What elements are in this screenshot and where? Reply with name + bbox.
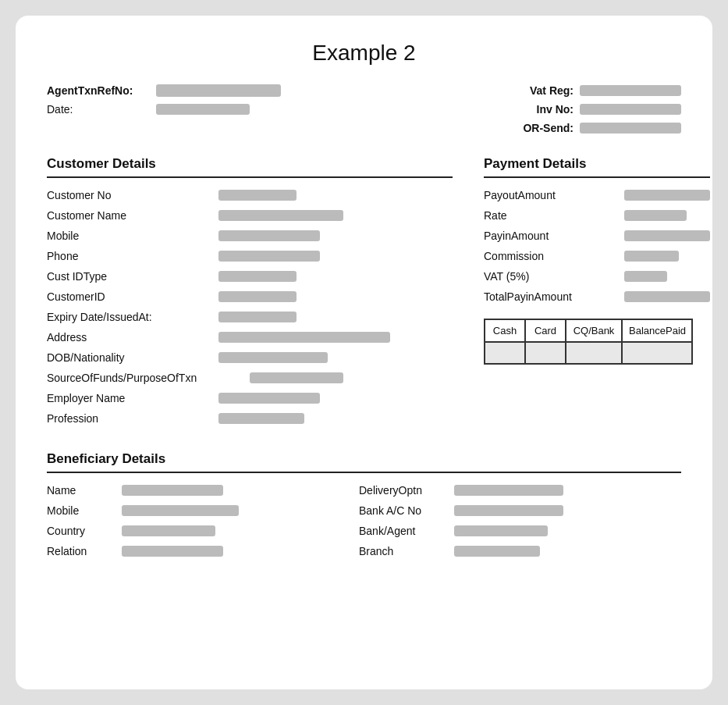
- bankagent-label: Bank/Agent: [359, 525, 445, 537]
- expiry-value: [218, 312, 297, 322]
- cust-idtype-label: Cust IDType: [47, 270, 218, 283]
- customer-no-label: Customer No: [47, 189, 218, 201]
- bene-relation-label: Relation: [47, 545, 109, 557]
- customer-no-row: Customer No: [47, 189, 453, 201]
- beneficiary-divider: [47, 472, 681, 473]
- grid-header-cash: Cash: [485, 319, 525, 342]
- bankac-value: [454, 505, 563, 516]
- orsend-row: OR-Send:: [523, 122, 681, 134]
- vat-value: [580, 85, 681, 96]
- bene-name-value: [122, 485, 223, 496]
- bene-left: Name Mobile Country Relation: [47, 484, 328, 565]
- bene-name-row: Name: [47, 484, 328, 497]
- bene-country-label: Country: [47, 525, 109, 537]
- grid-header-bal: BalancePaid: [622, 319, 692, 342]
- beneficiary-section: Beneficiary Details Name Mobile Country …: [47, 451, 681, 565]
- phone-row: Phone: [47, 250, 453, 262]
- bene-name-label: Name: [47, 484, 109, 497]
- bankac-label: Bank A/C No: [359, 504, 445, 517]
- delivery-label: DeliveryOptn: [359, 484, 445, 497]
- payin-row: PayinAmount: [484, 230, 710, 242]
- grid-value-row: [485, 342, 692, 364]
- profession-row: Profession: [47, 412, 453, 425]
- orsend-label: OR-Send:: [523, 122, 574, 134]
- payment-grid: Cash Card CQ/Bank BalancePaid: [484, 319, 693, 365]
- dob-row: DOB/Nationality: [47, 351, 453, 364]
- bene-country-row: Country: [47, 525, 328, 537]
- payout-label: PayoutAmount: [484, 189, 624, 201]
- grid-header-card: Card: [525, 319, 566, 342]
- payout-row: PayoutAmount: [484, 189, 710, 201]
- rate-value: [624, 210, 687, 221]
- commission-value: [624, 251, 679, 262]
- bankagent-row: Bank/Agent: [359, 525, 681, 537]
- address-row: Address: [47, 331, 453, 344]
- vat-label: Vat Reg:: [530, 84, 574, 97]
- orsend-value: [580, 123, 681, 134]
- source-row: SourceOfFunds/PurposeOfTxn: [47, 372, 453, 384]
- bene-mobile-label: Mobile: [47, 504, 109, 517]
- commission-row: Commission: [484, 250, 710, 262]
- page-container: Example 2 AgentTxnRefNo: Date: Vat Reg: …: [16, 16, 712, 689]
- customer-name-value: [218, 210, 343, 221]
- delivery-row: DeliveryOptn: [359, 484, 681, 497]
- vat-field-value: [624, 271, 667, 282]
- customer-details: Customer Details Customer No Customer Na…: [47, 156, 453, 433]
- mobile-value: [218, 230, 320, 241]
- totalpayin-row: TotalPayinAmount: [484, 290, 710, 303]
- payment-details: Payment Details PayoutAmount Rate PayinA…: [484, 156, 710, 433]
- beneficiary-columns: Name Mobile Country Relation D: [47, 484, 681, 565]
- payment-section-title: Payment Details: [484, 156, 710, 172]
- customerid-label: CustomerID: [47, 290, 218, 303]
- payment-divider: [484, 176, 710, 178]
- inv-value: [580, 104, 681, 115]
- vat-row: Vat Reg:: [523, 84, 681, 97]
- payin-value: [624, 230, 710, 241]
- phone-label: Phone: [47, 250, 218, 262]
- bene-mobile-row: Mobile: [47, 504, 328, 517]
- vat-row: VAT (5%): [484, 270, 710, 283]
- cust-idtype-row: Cust IDType: [47, 270, 453, 283]
- expiry-label: Expiry Date/IssuedAt:: [47, 311, 218, 323]
- totalpayin-value: [624, 291, 710, 302]
- customer-no-value: [218, 190, 297, 201]
- agent-label: AgentTxnRefNo:: [47, 84, 156, 97]
- date-value: [156, 104, 250, 115]
- source-label: SourceOfFunds/PurposeOfTxn: [47, 372, 250, 384]
- customer-divider: [47, 176, 453, 178]
- inv-label: Inv No:: [537, 103, 574, 116]
- grid-value-cash: [485, 342, 525, 364]
- rate-row: Rate: [484, 209, 710, 222]
- agent-value: [156, 84, 281, 97]
- mobile-row: Mobile: [47, 230, 453, 242]
- payin-label: PayinAmount: [484, 230, 624, 242]
- totalpayin-label: TotalPayinAmount: [484, 290, 624, 303]
- agent-row: AgentTxnRefNo:: [47, 84, 281, 97]
- grid-value-card: [525, 342, 566, 364]
- commission-label: Commission: [484, 250, 624, 262]
- bene-right: DeliveryOptn Bank A/C No Bank/Agent Bran…: [359, 484, 681, 565]
- rate-label: Rate: [484, 209, 624, 222]
- dob-label: DOB/Nationality: [47, 351, 218, 364]
- branch-label: Branch: [359, 545, 445, 557]
- bene-mobile-value: [122, 505, 239, 516]
- bankagent-value: [454, 525, 548, 536]
- phone-value: [218, 251, 320, 262]
- payout-value: [624, 190, 710, 201]
- address-value: [218, 332, 390, 343]
- date-label: Date:: [47, 103, 156, 116]
- profession-label: Profession: [47, 412, 218, 425]
- beneficiary-section-title: Beneficiary Details: [47, 451, 681, 467]
- expiry-row: Expiry Date/IssuedAt:: [47, 311, 453, 323]
- date-row: Date:: [47, 103, 281, 116]
- bene-relation-value: [122, 546, 223, 557]
- customer-name-row: Customer Name: [47, 209, 453, 222]
- vat-field-label: VAT (5%): [484, 270, 624, 283]
- grid-value-cq: [566, 342, 622, 364]
- bene-country-value: [122, 525, 215, 536]
- employer-value: [218, 393, 320, 404]
- branch-row: Branch: [359, 545, 681, 557]
- delivery-value: [454, 485, 563, 496]
- source-value: [250, 372, 343, 383]
- grid-value-bal: [622, 342, 692, 364]
